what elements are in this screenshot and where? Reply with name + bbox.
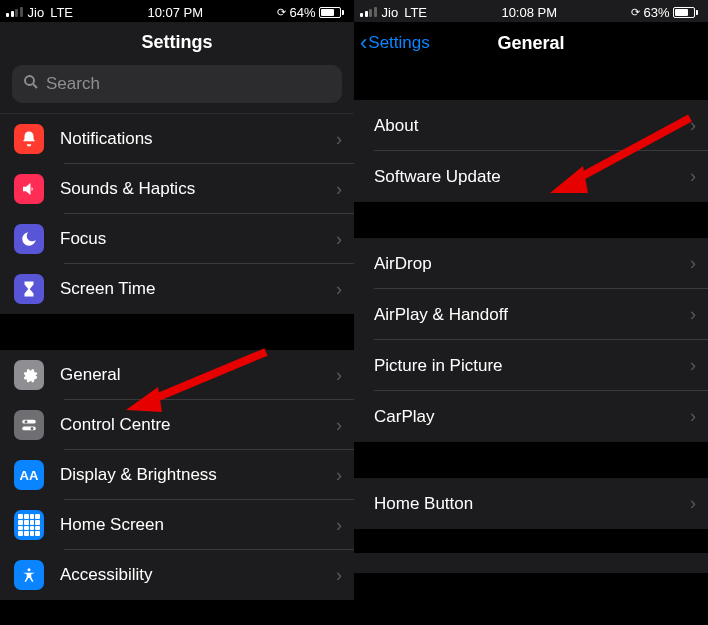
row-sounds-haptics[interactable]: Sounds & Haptics › xyxy=(0,164,354,214)
search-input[interactable]: Search xyxy=(12,65,342,103)
row-screen-time[interactable]: Screen Time › xyxy=(0,264,354,314)
chevron-right-icon: › xyxy=(336,279,342,300)
row-airdrop[interactable]: AirDrop › xyxy=(354,238,708,289)
hourglass-icon xyxy=(14,274,44,304)
row-airplay-handoff[interactable]: AirPlay & Handoff › xyxy=(354,289,708,340)
row-notifications[interactable]: Notifications › xyxy=(0,114,354,164)
general-section-1: About › Software Update › xyxy=(354,100,708,202)
status-left: Jio LTE xyxy=(360,5,427,20)
accessibility-icon xyxy=(14,560,44,590)
row-label: Display & Brightness xyxy=(60,465,336,485)
row-label: Picture in Picture xyxy=(374,356,690,376)
time-label: 10:08 PM xyxy=(501,5,557,20)
status-bar: Jio LTE 10:08 PM ⟳ 63% xyxy=(354,0,708,22)
svg-point-6 xyxy=(28,568,31,571)
carrier-label: Jio xyxy=(28,5,45,20)
row-label: About xyxy=(374,116,690,136)
chevron-right-icon: › xyxy=(336,229,342,250)
chevron-right-icon: › xyxy=(690,493,696,514)
text-size-icon: AA xyxy=(14,460,44,490)
section-gap xyxy=(354,442,708,478)
svg-point-4 xyxy=(25,420,28,423)
row-about[interactable]: About › xyxy=(354,100,708,151)
row-label: Control Centre xyxy=(60,415,336,435)
carrier-label: Jio xyxy=(382,5,399,20)
chevron-right-icon: › xyxy=(690,166,696,187)
row-display-brightness[interactable]: AA Display & Brightness › xyxy=(0,450,354,500)
status-right: ⟳ 64% xyxy=(277,5,344,20)
bell-icon xyxy=(14,124,44,154)
network-type: LTE xyxy=(50,5,73,20)
signal-icon xyxy=(360,7,377,17)
rotation-lock-icon: ⟳ xyxy=(631,6,640,19)
back-button[interactable]: ‹ Settings xyxy=(360,32,430,54)
chevron-right-icon: › xyxy=(690,253,696,274)
svg-point-5 xyxy=(31,427,34,430)
search-placeholder: Search xyxy=(46,74,100,94)
page-title: General xyxy=(497,33,564,54)
status-right: ⟳ 63% xyxy=(631,5,698,20)
row-focus[interactable]: Focus › xyxy=(0,214,354,264)
section-gap xyxy=(354,64,708,100)
row-label: Screen Time xyxy=(60,279,336,299)
chevron-right-icon: › xyxy=(336,365,342,386)
svg-rect-3 xyxy=(22,427,36,431)
gear-icon xyxy=(14,360,44,390)
general-screen: Jio LTE 10:08 PM ⟳ 63% ‹ Settings Genera… xyxy=(354,0,708,625)
chevron-left-icon: ‹ xyxy=(360,32,367,54)
row-home-button[interactable]: Home Button › xyxy=(354,478,708,529)
section-gap xyxy=(354,529,708,553)
moon-icon xyxy=(14,224,44,254)
chevron-right-icon: › xyxy=(690,406,696,427)
speaker-icon xyxy=(14,174,44,204)
row-picture-in-picture[interactable]: Picture in Picture › xyxy=(354,340,708,391)
app-grid-icon xyxy=(14,510,44,540)
general-section-3: Home Button › xyxy=(354,478,708,529)
chevron-right-icon: › xyxy=(336,179,342,200)
chevron-right-icon: › xyxy=(336,129,342,150)
row-label: Sounds & Haptics xyxy=(60,179,336,199)
rotation-lock-icon: ⟳ xyxy=(277,6,286,19)
toggles-icon xyxy=(14,410,44,440)
row-software-update[interactable]: Software Update › xyxy=(354,151,708,202)
chevron-right-icon: › xyxy=(336,565,342,586)
battery-percent: 64% xyxy=(289,5,315,20)
search-icon xyxy=(22,73,40,95)
row-label: Accessibility xyxy=(60,565,336,585)
network-type: LTE xyxy=(404,5,427,20)
row-accessibility[interactable]: Accessibility › xyxy=(0,550,354,600)
row-control-centre[interactable]: Control Centre › xyxy=(0,400,354,450)
chevron-right-icon: › xyxy=(690,304,696,325)
row-carplay[interactable]: CarPlay › xyxy=(354,391,708,442)
row-home-screen[interactable]: Home Screen › xyxy=(0,500,354,550)
chevron-right-icon: › xyxy=(690,115,696,136)
nav-bar: ‹ Settings General xyxy=(354,22,708,64)
row-label: Home Screen xyxy=(60,515,336,535)
battery-icon xyxy=(318,7,344,18)
row-label: Focus xyxy=(60,229,336,249)
row-general[interactable]: General › xyxy=(0,350,354,400)
chevron-right-icon: › xyxy=(690,355,696,376)
settings-screen: Jio LTE 10:07 PM ⟳ 64% Settings Search xyxy=(0,0,354,625)
general-section-2: AirDrop › AirPlay & Handoff › Picture in… xyxy=(354,238,708,442)
svg-point-0 xyxy=(25,76,34,85)
general-section-4-partial xyxy=(354,553,708,573)
row-label: Software Update xyxy=(374,167,690,187)
status-left: Jio LTE xyxy=(6,5,73,20)
page-title: Settings xyxy=(0,32,354,53)
chevron-right-icon: › xyxy=(336,465,342,486)
row-label: Notifications xyxy=(60,129,336,149)
row-label: Home Button xyxy=(374,494,690,514)
section-gap xyxy=(354,202,708,238)
battery-percent: 63% xyxy=(643,5,669,20)
back-label: Settings xyxy=(368,33,429,53)
settings-section-2: General › Control Centre › AA Display & … xyxy=(0,350,354,600)
search-wrap: Search xyxy=(0,61,354,113)
row-label: CarPlay xyxy=(374,407,690,427)
page-title-bar: Settings xyxy=(0,22,354,61)
battery-icon xyxy=(672,7,698,18)
row-label: General xyxy=(60,365,336,385)
section-gap xyxy=(0,314,354,350)
time-label: 10:07 PM xyxy=(147,5,203,20)
svg-rect-2 xyxy=(22,420,36,424)
